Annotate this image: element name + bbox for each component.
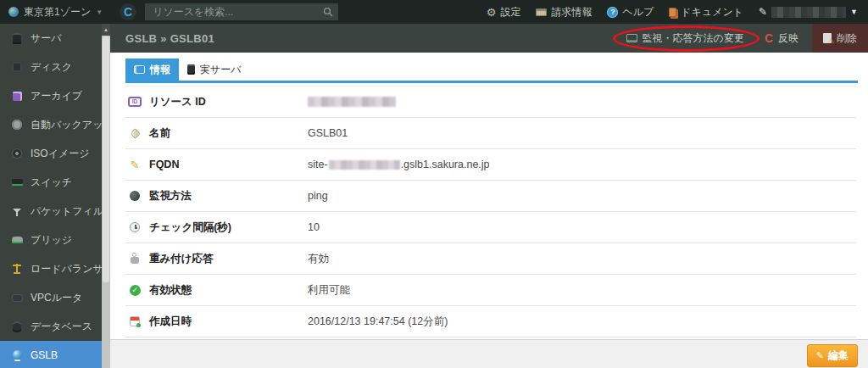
row-label: リソース ID (149, 95, 206, 109)
pen-icon: ✎ (759, 6, 767, 18)
scales-icon (11, 263, 23, 275)
router-icon (11, 292, 23, 304)
table-row-weighted-response: 重み付け応答 有効 (125, 243, 856, 275)
change-monitoring-label: 監視・応答方法の変更 (643, 31, 744, 46)
row-label: 重み付け応答 (149, 252, 214, 266)
table-row-created-at: 作成日時 2016/12/13 19:47:54 (12分前) (125, 306, 856, 337)
sidebar-item-server[interactable]: サーバ (0, 24, 102, 53)
monitor-icon (128, 191, 142, 201)
clock-icon (128, 222, 142, 232)
masked-resource-id (308, 97, 396, 107)
sidebar-item-label: ISOイメージ (31, 147, 90, 161)
fqdn-suffix: .gslb1.sakura.ne.jp (401, 159, 490, 170)
sidebar-item-database[interactable]: データベース (0, 312, 102, 341)
row-label: 名前 (149, 126, 170, 141)
sidebar-item-label: GSLB (31, 349, 58, 361)
disk-icon (11, 61, 23, 73)
sidebar-item-packet-filter[interactable]: パケットフィルタ (0, 197, 102, 226)
brand-refresh-icon[interactable]: C (120, 3, 136, 20)
sidebar-item-vpc-router[interactable]: VPCルータ (0, 283, 102, 312)
archive-icon (11, 90, 23, 102)
status-check-icon: ✓ (128, 285, 142, 296)
sidebar-item-iso-image[interactable]: ISOイメージ (0, 139, 102, 168)
search-input[interactable] (145, 3, 338, 20)
row-label: FQDN (149, 159, 179, 170)
billing-menu-item[interactable]: 請求情報 (536, 5, 592, 20)
sidebar-item-gslb[interactable]: GSLB (0, 341, 102, 368)
help-label: ヘルプ (622, 5, 654, 20)
masked-fqdn-part (329, 160, 400, 170)
change-monitoring-button[interactable]: 監視・応答方法の変更 (618, 27, 753, 50)
tab-label: 実サーバ (200, 63, 242, 77)
row-value: GSLB01 (308, 127, 348, 139)
breadcrumb: GSLB » GSLB01 (125, 32, 214, 45)
id-icon: ID (128, 97, 142, 107)
delete-label: 削除 (837, 31, 857, 46)
chevron-down-icon: ▼ (96, 8, 103, 16)
table-row-enabled-state: ✓ 有効状態 利用可能 (125, 275, 856, 306)
top-bar: 東京第1ゾーン ▼ C ⚙ 設定 請求情報 ? ヘルプ ドキュメント ✎ ▼ (0, 0, 868, 24)
sidebar-item-switch[interactable]: スイッチ (0, 168, 102, 197)
bridge-icon (11, 234, 23, 246)
document-icon (669, 8, 676, 17)
pencil-icon: ✎ (816, 350, 824, 361)
main-content: 情報 実サーバ ID リソース ID 名前 GSLB01 ✎ (110, 53, 868, 368)
sidebar-item-archive[interactable]: アーカイブ (0, 81, 102, 110)
sidebar-item-label: データベース (31, 320, 92, 334)
disc-icon (11, 148, 23, 159)
scrollbar[interactable]: ▲ (102, 24, 110, 368)
tab-bar: 情報 実サーバ (125, 61, 858, 83)
help-icon: ? (607, 7, 618, 18)
scrollbar-thumb[interactable] (103, 36, 109, 282)
page-header-bar: GSLB » GSLB01 監視・応答方法の変更 C 反映 ⚠ 削除 (110, 24, 868, 53)
switch-icon (11, 176, 23, 188)
table-row-check-interval: チェック間隔(秒) 10 (125, 212, 856, 243)
globe-icon (8, 7, 19, 17)
edit-button[interactable]: ✎ 編集 (807, 344, 858, 367)
calendar-icon (128, 316, 142, 326)
zone-selector[interactable]: 東京第1ゾーン ▼ (8, 5, 103, 20)
reflect-label: 反映 (778, 31, 798, 46)
gear-icon: ⚙ (487, 6, 497, 19)
sidebar-item-bridge[interactable]: ブリッジ (0, 226, 102, 254)
delete-button[interactable]: ⚠ 削除 (812, 24, 868, 53)
row-label: チェック間隔(秒) (149, 220, 231, 235)
reflect-button[interactable]: C 反映 (765, 31, 798, 46)
gslb-globe-icon (11, 349, 23, 361)
table-row-fqdn: ✎ FQDN site-.gslb1.sakura.ne.jp (125, 149, 856, 181)
sidebar-item-label: VPCルータ (31, 291, 82, 305)
table-row-resource-id: ID リソース ID (125, 86, 856, 118)
tab-label: 情報 (150, 63, 170, 77)
sidebar-item-auto-backup[interactable]: 自動バックアップ (0, 110, 102, 139)
tab-real-server[interactable]: 実サーバ (179, 59, 250, 81)
funnel-icon (11, 205, 23, 217)
edit-label: 編集 (828, 348, 849, 363)
help-menu-item[interactable]: ? ヘルプ (607, 5, 654, 20)
docs-label: ドキュメント (681, 5, 743, 20)
sidebar-item-disk[interactable]: ディスク (0, 53, 102, 81)
settings-label: 設定 (500, 5, 520, 20)
row-value: 10 (308, 221, 320, 233)
server-icon (11, 32, 23, 44)
content-footer: ✎ 編集 (110, 339, 868, 368)
row-value: 利用可能 (308, 283, 350, 298)
sidebar-item-label: ブリッジ (31, 233, 72, 248)
account-menu-item[interactable]: ✎ ▼ (759, 6, 858, 18)
row-label: 監視方法 (149, 189, 192, 204)
sidebar-item-label: アーカイブ (31, 89, 82, 103)
billing-label: 請求情報 (551, 5, 592, 20)
docs-menu-item[interactable]: ドキュメント (669, 5, 743, 20)
refresh-icon: C (765, 31, 773, 45)
tab-info[interactable]: 情報 (125, 59, 179, 81)
billing-card-icon (536, 8, 547, 16)
info-card-icon (134, 65, 145, 74)
pencil-icon: ✎ (128, 159, 142, 171)
delete-page-icon: ⚠ (823, 33, 832, 43)
sidebar-item-load-balancer[interactable]: ロードバランサ (0, 254, 102, 283)
weight-icon (128, 254, 142, 264)
details-table: ID リソース ID 名前 GSLB01 ✎ FQDN site-.gslb1.… (125, 86, 856, 337)
row-value: ping (308, 190, 328, 202)
scrollbar-up-icon[interactable]: ▲ (102, 24, 110, 36)
tag-icon (128, 130, 142, 137)
settings-menu-item[interactable]: ⚙ 設定 (487, 5, 521, 20)
